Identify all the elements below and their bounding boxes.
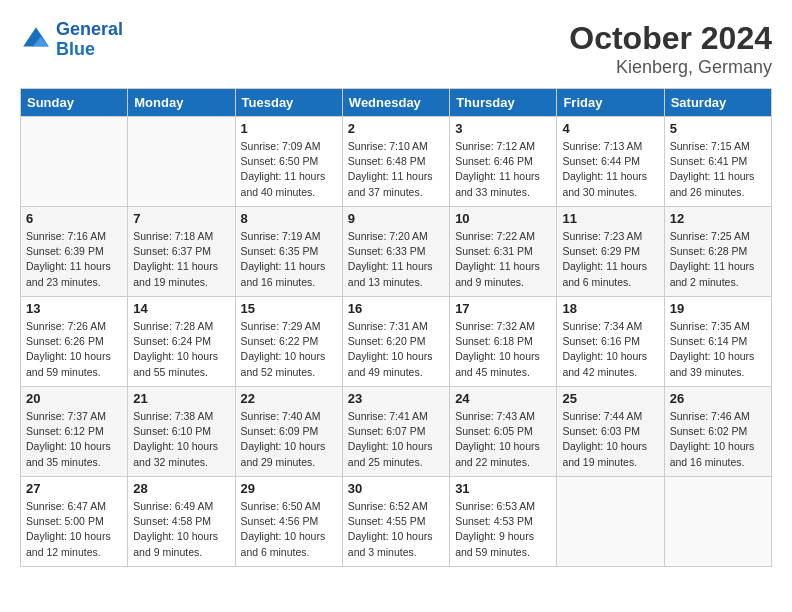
table-row: 25Sunrise: 7:44 AM Sunset: 6:03 PM Dayli…: [557, 387, 664, 477]
table-row: 31Sunrise: 6:53 AM Sunset: 4:53 PM Dayli…: [450, 477, 557, 567]
header-wednesday: Wednesday: [342, 89, 449, 117]
table-row: 22Sunrise: 7:40 AM Sunset: 6:09 PM Dayli…: [235, 387, 342, 477]
day-number: 20: [26, 391, 122, 406]
header-thursday: Thursday: [450, 89, 557, 117]
day-info: Sunrise: 7:37 AM Sunset: 6:12 PM Dayligh…: [26, 409, 122, 470]
table-row: [557, 477, 664, 567]
day-info: Sunrise: 7:25 AM Sunset: 6:28 PM Dayligh…: [670, 229, 766, 290]
logo-line2: Blue: [56, 40, 123, 60]
day-number: 6: [26, 211, 122, 226]
day-number: 30: [348, 481, 444, 496]
calendar-week-row: 6Sunrise: 7:16 AM Sunset: 6:39 PM Daylig…: [21, 207, 772, 297]
table-row: 1Sunrise: 7:09 AM Sunset: 6:50 PM Daylig…: [235, 117, 342, 207]
day-number: 14: [133, 301, 229, 316]
table-row: 18Sunrise: 7:34 AM Sunset: 6:16 PM Dayli…: [557, 297, 664, 387]
table-row: 10Sunrise: 7:22 AM Sunset: 6:31 PM Dayli…: [450, 207, 557, 297]
title-block: October 2024 Kienberg, Germany: [569, 20, 772, 78]
table-row: 30Sunrise: 6:52 AM Sunset: 4:55 PM Dayli…: [342, 477, 449, 567]
day-info: Sunrise: 7:31 AM Sunset: 6:20 PM Dayligh…: [348, 319, 444, 380]
table-row: 28Sunrise: 6:49 AM Sunset: 4:58 PM Dayli…: [128, 477, 235, 567]
day-info: Sunrise: 7:34 AM Sunset: 6:16 PM Dayligh…: [562, 319, 658, 380]
table-row: 2Sunrise: 7:10 AM Sunset: 6:48 PM Daylig…: [342, 117, 449, 207]
table-row: 15Sunrise: 7:29 AM Sunset: 6:22 PM Dayli…: [235, 297, 342, 387]
day-number: 25: [562, 391, 658, 406]
table-row: 29Sunrise: 6:50 AM Sunset: 4:56 PM Dayli…: [235, 477, 342, 567]
day-number: 19: [670, 301, 766, 316]
day-info: Sunrise: 7:44 AM Sunset: 6:03 PM Dayligh…: [562, 409, 658, 470]
day-number: 29: [241, 481, 337, 496]
day-info: Sunrise: 7:16 AM Sunset: 6:39 PM Dayligh…: [26, 229, 122, 290]
table-row: 26Sunrise: 7:46 AM Sunset: 6:02 PM Dayli…: [664, 387, 771, 477]
day-info: Sunrise: 7:41 AM Sunset: 6:07 PM Dayligh…: [348, 409, 444, 470]
calendar-subtitle: Kienberg, Germany: [569, 57, 772, 78]
day-info: Sunrise: 7:22 AM Sunset: 6:31 PM Dayligh…: [455, 229, 551, 290]
logo-text: General Blue: [56, 20, 123, 60]
table-row: 3Sunrise: 7:12 AM Sunset: 6:46 PM Daylig…: [450, 117, 557, 207]
table-row: 8Sunrise: 7:19 AM Sunset: 6:35 PM Daylig…: [235, 207, 342, 297]
day-number: 23: [348, 391, 444, 406]
day-info: Sunrise: 7:12 AM Sunset: 6:46 PM Dayligh…: [455, 139, 551, 200]
day-info: Sunrise: 6:47 AM Sunset: 5:00 PM Dayligh…: [26, 499, 122, 560]
day-number: 2: [348, 121, 444, 136]
table-row: 7Sunrise: 7:18 AM Sunset: 6:37 PM Daylig…: [128, 207, 235, 297]
table-row: [128, 117, 235, 207]
header-monday: Monday: [128, 89, 235, 117]
day-number: 17: [455, 301, 551, 316]
calendar-title: October 2024: [569, 20, 772, 57]
header-saturday: Saturday: [664, 89, 771, 117]
day-number: 7: [133, 211, 229, 226]
day-info: Sunrise: 7:19 AM Sunset: 6:35 PM Dayligh…: [241, 229, 337, 290]
logo-line1: General: [56, 19, 123, 39]
logo: General Blue: [20, 20, 123, 60]
day-number: 21: [133, 391, 229, 406]
day-number: 1: [241, 121, 337, 136]
day-info: Sunrise: 7:32 AM Sunset: 6:18 PM Dayligh…: [455, 319, 551, 380]
day-info: Sunrise: 7:46 AM Sunset: 6:02 PM Dayligh…: [670, 409, 766, 470]
day-info: Sunrise: 6:53 AM Sunset: 4:53 PM Dayligh…: [455, 499, 551, 560]
table-row: 24Sunrise: 7:43 AM Sunset: 6:05 PM Dayli…: [450, 387, 557, 477]
day-number: 22: [241, 391, 337, 406]
day-info: Sunrise: 7:23 AM Sunset: 6:29 PM Dayligh…: [562, 229, 658, 290]
day-number: 11: [562, 211, 658, 226]
day-info: Sunrise: 7:09 AM Sunset: 6:50 PM Dayligh…: [241, 139, 337, 200]
calendar-week-row: 27Sunrise: 6:47 AM Sunset: 5:00 PM Dayli…: [21, 477, 772, 567]
table-row: 9Sunrise: 7:20 AM Sunset: 6:33 PM Daylig…: [342, 207, 449, 297]
calendar-week-row: 20Sunrise: 7:37 AM Sunset: 6:12 PM Dayli…: [21, 387, 772, 477]
day-info: Sunrise: 7:29 AM Sunset: 6:22 PM Dayligh…: [241, 319, 337, 380]
header-tuesday: Tuesday: [235, 89, 342, 117]
table-row: 19Sunrise: 7:35 AM Sunset: 6:14 PM Dayli…: [664, 297, 771, 387]
day-number: 31: [455, 481, 551, 496]
table-row: 14Sunrise: 7:28 AM Sunset: 6:24 PM Dayli…: [128, 297, 235, 387]
day-number: 27: [26, 481, 122, 496]
day-info: Sunrise: 7:26 AM Sunset: 6:26 PM Dayligh…: [26, 319, 122, 380]
day-number: 15: [241, 301, 337, 316]
day-number: 10: [455, 211, 551, 226]
day-info: Sunrise: 7:18 AM Sunset: 6:37 PM Dayligh…: [133, 229, 229, 290]
day-number: 16: [348, 301, 444, 316]
day-number: 13: [26, 301, 122, 316]
day-number: 8: [241, 211, 337, 226]
day-number: 12: [670, 211, 766, 226]
calendar-week-row: 13Sunrise: 7:26 AM Sunset: 6:26 PM Dayli…: [21, 297, 772, 387]
day-info: Sunrise: 7:43 AM Sunset: 6:05 PM Dayligh…: [455, 409, 551, 470]
page-header: General Blue October 2024 Kienberg, Germ…: [20, 20, 772, 78]
table-row: 13Sunrise: 7:26 AM Sunset: 6:26 PM Dayli…: [21, 297, 128, 387]
table-row: 27Sunrise: 6:47 AM Sunset: 5:00 PM Dayli…: [21, 477, 128, 567]
table-row: [21, 117, 128, 207]
table-row: 4Sunrise: 7:13 AM Sunset: 6:44 PM Daylig…: [557, 117, 664, 207]
table-row: 23Sunrise: 7:41 AM Sunset: 6:07 PM Dayli…: [342, 387, 449, 477]
table-row: 12Sunrise: 7:25 AM Sunset: 6:28 PM Dayli…: [664, 207, 771, 297]
day-number: 3: [455, 121, 551, 136]
day-info: Sunrise: 7:20 AM Sunset: 6:33 PM Dayligh…: [348, 229, 444, 290]
day-number: 26: [670, 391, 766, 406]
day-number: 18: [562, 301, 658, 316]
day-number: 28: [133, 481, 229, 496]
day-number: 4: [562, 121, 658, 136]
logo-icon: [20, 24, 52, 56]
calendar-week-row: 1Sunrise: 7:09 AM Sunset: 6:50 PM Daylig…: [21, 117, 772, 207]
day-number: 5: [670, 121, 766, 136]
day-info: Sunrise: 7:28 AM Sunset: 6:24 PM Dayligh…: [133, 319, 229, 380]
day-info: Sunrise: 7:38 AM Sunset: 6:10 PM Dayligh…: [133, 409, 229, 470]
calendar-table: Sunday Monday Tuesday Wednesday Thursday…: [20, 88, 772, 567]
table-row: 5Sunrise: 7:15 AM Sunset: 6:41 PM Daylig…: [664, 117, 771, 207]
